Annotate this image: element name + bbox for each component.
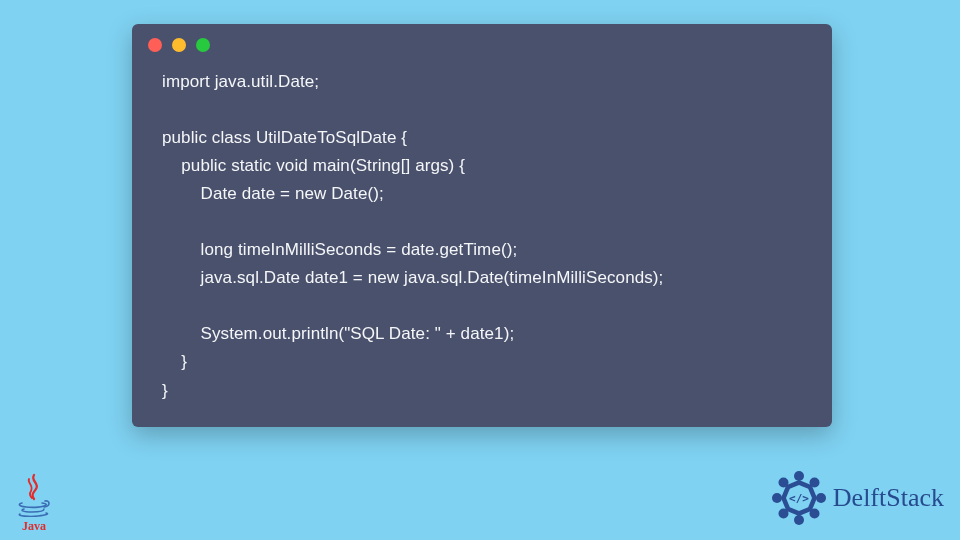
code-block: import java.util.Date; public class Util… bbox=[132, 60, 832, 409]
code-window: import java.util.Date; public class Util… bbox=[132, 24, 832, 427]
delftstack-logo: </> DelftStack bbox=[771, 470, 944, 526]
svg-text:</>: </> bbox=[789, 492, 809, 505]
svg-point-4 bbox=[794, 515, 804, 525]
java-cup-icon bbox=[14, 473, 54, 517]
delftstack-label: DelftStack bbox=[833, 483, 944, 513]
java-logo-label: Java bbox=[6, 519, 62, 534]
minimize-icon bbox=[172, 38, 186, 52]
window-titlebar bbox=[132, 24, 832, 60]
close-icon bbox=[148, 38, 162, 52]
java-logo: Java bbox=[6, 473, 62, 534]
svg-point-6 bbox=[772, 493, 782, 503]
delftstack-icon: </> bbox=[771, 470, 827, 526]
svg-point-2 bbox=[816, 493, 826, 503]
maximize-icon bbox=[196, 38, 210, 52]
svg-point-0 bbox=[794, 471, 804, 481]
